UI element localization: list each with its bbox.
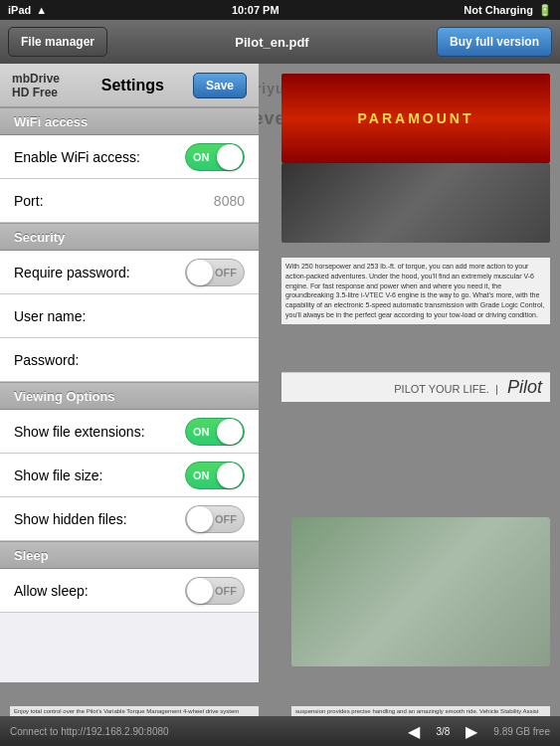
wifi-icon: ▲ [36, 4, 47, 16]
toggle-on-text-2: ON [193, 426, 210, 438]
connect-text: Connect to http://192.168.2.90:8080 [10, 726, 408, 737]
enable-wifi-toggle[interactable]: ON [185, 143, 245, 171]
carrier-text: iPad [8, 4, 31, 16]
toggle-on-text-3: ON [193, 469, 210, 481]
pilot-logo: Pilot [507, 377, 542, 397]
save-button[interactable]: Save [193, 73, 247, 98]
pdf-description: With 250 horsepower and 253 lb.-ft. of t… [281, 258, 550, 324]
allow-sleep-label: Allow sleep: [14, 583, 185, 599]
file-manager-button[interactable]: File manager [8, 27, 107, 57]
top-toolbar: File manager Pilot_en.pdf Buy full versi… [0, 20, 560, 64]
paramount-sign: PARAMOUNT [281, 74, 550, 163]
toggle-off-text: OFF [215, 267, 237, 279]
allow-sleep-toggle[interactable]: OFF [185, 577, 245, 605]
battery-status: Not Charging [464, 4, 533, 16]
row-show-extensions: Show file extensions: ON [0, 410, 259, 454]
pilot-tagline: PILOT YOUR LIFE. | Pilot [281, 372, 550, 402]
wifi-section-label: WiFi access [14, 114, 88, 129]
status-right: Not Charging 🔋 [464, 4, 552, 17]
show-extensions-label: Show file extensions: [14, 424, 185, 440]
toggle-knob-off [187, 260, 213, 285]
password-label: Password: [14, 352, 245, 368]
bottom-nav: ◀ 3/8 ▶ [408, 722, 477, 741]
buy-full-version-button[interactable]: Buy full version [437, 27, 552, 57]
settings-panel: mbDrive HD Free Settings Save WiFi acces… [0, 64, 259, 682]
row-require-password: Require password: OFF [0, 251, 259, 294]
show-size-label: Show file size: [14, 467, 185, 483]
toggle-knob-3 [217, 463, 243, 488]
port-value: 8080 [214, 193, 245, 209]
toggle-knob [217, 144, 243, 170]
sleep-section-label: Sleep [14, 548, 49, 563]
row-password: Password: [0, 338, 259, 382]
page-info: 3/8 [436, 726, 450, 737]
toggle-off-text-3: OFF [215, 585, 237, 597]
toggle-knob-off-3 [187, 578, 213, 604]
bottom-bar: Connect to http://192.168.2.90:8080 ◀ 3/… [0, 716, 560, 746]
section-header-viewing: Viewing Options [0, 382, 259, 410]
toggle-knob-off-2 [187, 506, 213, 532]
security-section-label: Security [14, 230, 65, 245]
pilot-tagline-text: PILOT YOUR LIFE. [394, 383, 489, 395]
show-hidden-toggle[interactable]: OFF [185, 505, 245, 533]
settings-header: mbDrive HD Free Settings Save [0, 64, 259, 107]
toggle-off-text-2: OFF [215, 513, 237, 525]
storage-info: 9.89 GB free [493, 726, 550, 737]
car-bottom-right-image [291, 517, 550, 666]
row-show-hidden: Show hidden files: OFF [0, 497, 259, 541]
app-label: mbDrive HD Free [12, 72, 73, 99]
require-password-label: Require password: [14, 265, 185, 280]
prev-page-button[interactable]: ◀ [408, 722, 420, 741]
row-port: Port: 8080 [0, 179, 259, 223]
status-bar: iPad ▲ 10:07 PM Not Charging 🔋 [0, 0, 560, 20]
toggle-knob-2 [217, 419, 243, 445]
port-label: Port: [14, 193, 214, 209]
next-page-button[interactable]: ▶ [466, 722, 477, 741]
car-dashboard-image [281, 163, 550, 243]
status-left: iPad ▲ [8, 4, 47, 16]
enable-wifi-label: Enable WiFi access: [14, 149, 185, 165]
require-password-toggle[interactable]: OFF [185, 259, 245, 286]
row-allow-sleep: Allow sleep: OFF [0, 569, 259, 613]
row-show-size: Show file size: ON [0, 454, 259, 497]
show-hidden-label: Show hidden files: [14, 511, 185, 527]
battery-icon: 🔋 [538, 4, 552, 17]
file-name-title: Pilot_en.pdf [115, 35, 429, 50]
row-user-name: User name: [0, 294, 259, 338]
viewing-section-label: Viewing Options [14, 389, 115, 404]
settings-title: Settings [73, 77, 193, 94]
toggle-on-text: ON [193, 151, 210, 163]
section-header-sleep: Sleep [0, 541, 259, 569]
section-header-security: Security [0, 223, 259, 251]
show-size-toggle[interactable]: ON [185, 462, 245, 489]
row-enable-wifi: Enable WiFi access: ON [0, 135, 259, 179]
show-extensions-toggle[interactable]: ON [185, 418, 245, 446]
status-time: 10:07 PM [232, 4, 280, 16]
user-name-label: User name: [14, 308, 245, 324]
section-header-wifi: WiFi access [0, 107, 259, 135]
